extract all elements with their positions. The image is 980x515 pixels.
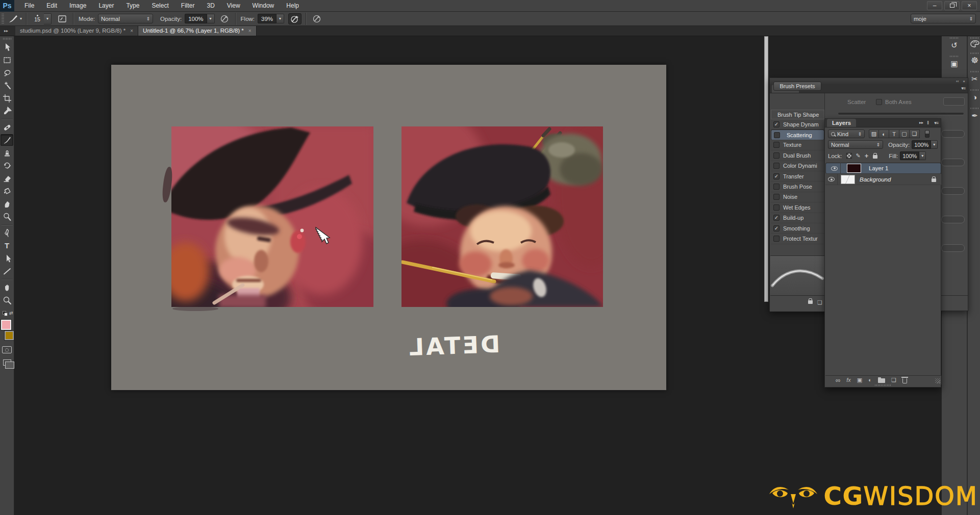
panel-resize-grip[interactable] (935, 378, 940, 383)
clone-stamp-tool[interactable] (1, 147, 13, 159)
rectangular-marquee-tool[interactable] (1, 54, 13, 66)
eraser-tool[interactable] (1, 172, 13, 184)
option-color-dynamics[interactable]: Color Dynami (771, 161, 824, 171)
menu-file[interactable]: File (18, 0, 40, 12)
type-filter-button[interactable]: T (889, 130, 899, 138)
panel-drag-grip[interactable] (875, 384, 891, 386)
menu-edit[interactable]: Edit (40, 0, 63, 12)
foreground-color-swatch[interactable] (1, 320, 11, 330)
brush-presets-button[interactable]: Brush Presets (773, 82, 821, 91)
menu-window[interactable]: Window (246, 0, 281, 12)
option-brush-pose[interactable]: Brush Pose (771, 182, 824, 192)
option-dual-brush[interactable]: Dual Brush (771, 150, 824, 161)
scatter-value-well[interactable] (943, 97, 965, 106)
panel-menu-icon[interactable]: ▾≡ (961, 86, 965, 91)
tab-studium-psd[interactable]: studium.psd @ 100% (Layer 9, RGB/8) * × (15, 25, 138, 36)
checkbox[interactable] (773, 204, 780, 211)
option-noise[interactable]: Noise (771, 192, 824, 202)
navigator-panel-button[interactable]: ☸ (969, 50, 980, 69)
line-shape-tool[interactable] (1, 265, 13, 277)
lock-transparency-icon[interactable] (846, 153, 852, 159)
tool-preset-picker[interactable] (7, 13, 20, 24)
lock-all-icon[interactable] (873, 155, 877, 159)
checkbox[interactable] (774, 132, 780, 138)
fill-dropdown-icon[interactable]: ▾ (919, 151, 926, 160)
clone-source-panel-button[interactable]: ✂ (969, 69, 980, 87)
quick-mask-button[interactable] (2, 346, 12, 353)
flow-dropdown-icon[interactable]: ▾ (277, 14, 284, 23)
pressure-size-button[interactable] (310, 13, 323, 24)
new-brush-icon[interactable]: ❏ (817, 299, 822, 306)
dodge-tool[interactable] (1, 211, 13, 222)
eyedropper-tool[interactable] (1, 105, 13, 117)
history-panel-button[interactable]: ↺ (942, 35, 967, 54)
default-colors-control[interactable]: ⇄ (1, 311, 13, 318)
paint-bucket-tool[interactable] (1, 185, 13, 197)
type-tool[interactable]: T (1, 240, 13, 251)
option-wet-edges[interactable]: Wet Edges (771, 202, 824, 213)
paths-panel-button[interactable]: ✒ (969, 106, 980, 124)
checkbox[interactable] (773, 152, 780, 159)
flow-control[interactable]: 39% ▾ (258, 14, 284, 23)
checkbox[interactable] (773, 142, 780, 148)
menu-help[interactable]: Help (280, 0, 305, 12)
layer-thumbnail[interactable] (841, 175, 855, 184)
minimize-button[interactable]: – (927, 1, 942, 10)
layer-opacity-control[interactable]: 100% ▾ (912, 140, 938, 149)
tab-layers[interactable]: Layers (827, 119, 856, 127)
delete-layer-icon[interactable] (902, 378, 907, 383)
option-build-up[interactable]: ✓Build-up (771, 213, 824, 223)
new-layer-icon[interactable]: ❏ (891, 377, 896, 383)
menu-select[interactable]: Select (145, 0, 174, 12)
new-group-icon[interactable] (878, 378, 885, 383)
screen-mode-button[interactable] (3, 359, 11, 366)
layer-row-layer1[interactable]: Layer 1 (825, 163, 941, 174)
pen-tool[interactable] (1, 227, 13, 239)
lock-icon[interactable] (808, 300, 813, 304)
layer-style-icon[interactable]: fx (846, 377, 851, 383)
layer-blend-mode-select[interactable]: Normal ⇕ (828, 140, 883, 149)
checkbox[interactable]: ✓ (773, 215, 780, 221)
both-axes-checkbox[interactable] (876, 99, 882, 105)
lasso-tool[interactable] (1, 67, 13, 79)
visibility-cell[interactable] (828, 163, 841, 174)
menu-filter[interactable]: Filter (175, 0, 201, 12)
color-panel-button[interactable] (969, 35, 980, 50)
crop-tool[interactable] (1, 92, 13, 104)
hand-tool[interactable] (1, 281, 13, 293)
visibility-cell[interactable] (825, 174, 838, 185)
menu-3d[interactable]: 3D (200, 0, 220, 12)
brush-size-preview[interactable]: 15 (31, 13, 44, 25)
option-protect-texture[interactable]: Protect Textur (771, 234, 824, 244)
move-tool[interactable] (1, 41, 13, 53)
layer-fill-control[interactable]: 100% ▾ (900, 151, 926, 160)
zoom-tool[interactable] (1, 294, 13, 306)
document-canvas[interactable]: DETAL (111, 65, 666, 390)
checkbox[interactable] (773, 163, 780, 169)
opacity-dropdown-icon[interactable]: ▾ (931, 140, 938, 149)
layer-row-background[interactable]: Background (825, 174, 941, 185)
preset-dropdown-icon[interactable]: ▾ (20, 16, 22, 21)
workspace-switcher[interactable]: moje ⇕ (911, 14, 976, 23)
tab-untitled-1[interactable]: Untitled-1 @ 66,7% (Layer 1, RGB/8) * × (138, 25, 257, 36)
link-layers-icon[interactable]: ∞ (836, 377, 840, 383)
filtering-toggle[interactable] (925, 130, 929, 138)
masks-panel-button[interactable]: ◑ (969, 87, 980, 106)
collapse-icon[interactable]: ‹‹ (956, 79, 959, 84)
restore-button[interactable] (944, 1, 960, 10)
properties-panel-button[interactable]: ▣ (942, 54, 967, 72)
toolbar-collapse-icon[interactable]: ▸▸ (0, 29, 15, 36)
tools-grip[interactable] (3, 38, 11, 40)
lock-position-icon[interactable]: + (865, 152, 869, 160)
brush-picker-arrow[interactable]: ▾ (44, 13, 52, 24)
panel-menu-icon[interactable]: ▾≡ (934, 120, 938, 125)
image-filter-button[interactable]: ▨ (869, 130, 879, 138)
tab-close-icon[interactable]: × (248, 28, 252, 34)
scatter-slider[interactable] (838, 113, 964, 115)
option-shape-dynamics[interactable]: ✓Shape Dynam (771, 119, 824, 130)
option-transfer[interactable]: ✓Transfer (771, 171, 824, 182)
option-smoothing[interactable]: ✓Smoothing (771, 223, 824, 234)
layer-thumbnail[interactable] (847, 164, 861, 173)
checkbox[interactable] (773, 194, 780, 200)
opacity-dropdown-icon[interactable]: ▾ (207, 14, 215, 23)
